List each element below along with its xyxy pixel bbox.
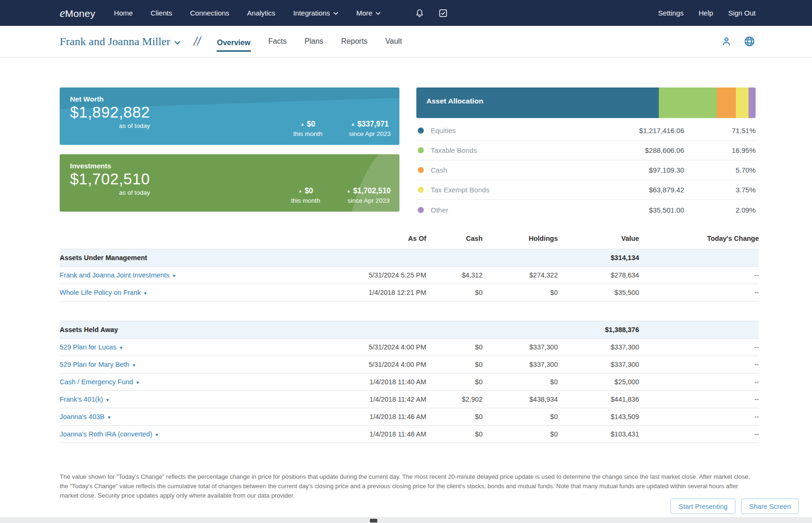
investments-card: Investments $1,702,510 as of today ▲$0 t… <box>60 154 399 212</box>
investments-title: Investments <box>70 162 150 170</box>
tasks-check-icon[interactable] <box>438 8 448 18</box>
net-worth-month-change: ▲$0 this month <box>293 120 322 137</box>
scrollbar-thumb[interactable] <box>370 519 377 523</box>
holdings-cell: $337,300 <box>483 339 558 356</box>
up-triangle-icon: ▲ <box>351 122 355 127</box>
investments-as-of: as of today <box>70 189 150 196</box>
nav-home[interactable]: Home <box>114 9 133 17</box>
up-triangle-icon: ▲ <box>298 189 303 193</box>
nav-analytics[interactable]: Analytics <box>247 9 275 17</box>
caret-down-icon: ▾ <box>108 414 110 420</box>
legend-percent: 5.70% <box>684 166 756 174</box>
table-row: 529 Plan for Lucas▾ 5/31/2024 4:00 PM $0… <box>60 339 759 356</box>
caret-down-icon: ▾ <box>120 345 123 350</box>
since-change-value: $337,971 <box>357 120 389 128</box>
tab-facts[interactable]: Facts <box>268 34 287 48</box>
change-cell: -- <box>639 267 759 284</box>
todays-change-disclaimer: The value shown for "Today's Change" ref… <box>60 472 756 500</box>
up-triangle-icon: ▲ <box>347 189 351 193</box>
change-cell: -- <box>639 391 759 408</box>
change-cell: -- <box>639 373 759 391</box>
account-link[interactable]: Frank and Joanna Joint Investments▾ <box>60 271 175 279</box>
account-link[interactable]: 529 Plan for Lucas▾ <box>60 343 122 351</box>
investments-amount: $1,702,510 <box>70 171 150 188</box>
cash-cell: $0 <box>426 284 483 301</box>
section-total: $1,388,376 <box>558 321 639 339</box>
summary-cards-column: Net Worth $1,892,882 as of today ▲$0 thi… <box>60 87 399 212</box>
net-worth-since-change: ▲$337,971 since Apr 2023 <box>349 120 390 137</box>
col-cash: Cash <box>426 233 483 249</box>
legend-label: Cash <box>431 166 447 174</box>
allocation-legend-row: Taxable Bonds $288,606.06 16.95% <box>416 141 756 160</box>
nav-clients[interactable]: Clients <box>151 9 172 17</box>
col-holdings: Holdings <box>483 233 558 249</box>
legend-label: Other <box>431 206 449 214</box>
legend-value: $35,501.00 <box>649 206 684 214</box>
net-worth-amount: $1,892,882 <box>70 104 150 121</box>
month-change-value: $0 <box>304 187 313 195</box>
account-link[interactable]: Whole Life Policy on Frank▾ <box>60 289 147 296</box>
tab-overview[interactable]: Overview <box>217 36 251 52</box>
nav-sign-out[interactable]: Sign Out <box>728 9 756 17</box>
account-name: Whole Life Policy on Frank <box>60 289 141 296</box>
tab-plans[interactable]: Plans <box>304 34 324 48</box>
holdings-cell: $0 <box>483 408 558 426</box>
account-link[interactable]: Cash / Emergency Fund▾ <box>60 378 139 386</box>
client-tabs: Overview Facts Plans Reports Vault <box>217 34 403 48</box>
table-row: Frank and Joanna Joint Investments▾ 5/31… <box>60 267 759 284</box>
section-row-assets-held-away: Assets Held Away $1,388,376 <box>60 321 759 339</box>
asset-allocation-bar: Asset Allocation <box>416 87 756 118</box>
legend-value: $288,606.06 <box>645 146 684 154</box>
nav-settings[interactable]: Settings <box>658 9 684 17</box>
account-link[interactable]: Joanna's 403B▾ <box>60 413 110 420</box>
value-cell: $441,836 <box>558 391 639 408</box>
share-screen-button[interactable]: Share Screen <box>741 499 799 514</box>
globe-language-icon[interactable] <box>743 35 756 48</box>
emoney-logo[interactable]: eMoney <box>60 6 95 20</box>
notifications-bell-icon[interactable] <box>414 8 425 18</box>
account-link[interactable]: Joanna's Roth IRA (converted)▾ <box>60 430 158 438</box>
section-row-assets-under-management: Assets Under Management $314,134 <box>60 249 759 267</box>
allocation-legend-row: Equities $1,217,416.06 71.51% <box>416 121 756 141</box>
logo-money: Money <box>65 8 95 19</box>
net-worth-as-of: as of today <box>70 122 150 129</box>
start-presenting-button[interactable]: Start Presenting <box>671 499 735 514</box>
value-cell: $278,634 <box>558 267 639 284</box>
account-name: Joanna's Roth IRA (converted) <box>60 430 152 438</box>
overview-content: Net Worth $1,892,882 as of today ▲$0 thi… <box>0 57 812 500</box>
account-link[interactable]: 529 Plan for Mary Beth▾ <box>60 361 135 368</box>
cash-cell: $0 <box>426 356 483 373</box>
value-cell: $337,300 <box>558 339 639 356</box>
nav-integrations-menu[interactable]: Integrations <box>293 9 338 17</box>
col-value: Value <box>558 233 639 249</box>
value-cell: $337,300 <box>558 356 639 373</box>
asset-allocation-panel: Asset Allocation Equities $1,217,416.06 … <box>416 87 756 220</box>
legend-dot <box>418 147 424 153</box>
cash-cell: $0 <box>426 339 483 356</box>
since-change-label: since Apr 2023 <box>349 130 390 137</box>
value-cell: $103,431 <box>558 426 639 443</box>
horizontal-scrollbar[interactable] <box>0 517 812 523</box>
client-selector[interactable]: Frank and Joanna Miller <box>60 35 180 48</box>
holdings-cell: $0 <box>483 284 558 301</box>
account-name: Cash / Emergency Fund <box>60 378 133 386</box>
tab-vault[interactable]: Vault <box>385 34 402 48</box>
month-change-label: this month <box>291 197 320 204</box>
nav-more-menu[interactable]: More <box>356 9 381 17</box>
legend-value: $63,879.42 <box>649 186 684 194</box>
nav-connections[interactable]: Connections <box>190 9 229 17</box>
nav-help[interactable]: Help <box>699 9 713 17</box>
client-name-label: Frank and Joanna Miller <box>60 35 170 48</box>
as-of-cell: 5/31/2024 4:00 PM <box>342 339 426 356</box>
header-icon-group <box>721 35 756 48</box>
client-profile-icon[interactable] <box>721 36 732 47</box>
nav-icon-group <box>414 8 448 18</box>
tab-reports[interactable]: Reports <box>341 34 368 48</box>
account-link[interactable]: Frank's 401(k)▾ <box>60 396 109 403</box>
col-todays-change: Today's Change <box>639 233 759 249</box>
nav-more-label: More <box>356 9 372 17</box>
client-header-bar: Frank and Joanna Miller // Overview Fact… <box>0 26 812 57</box>
legend-dot <box>418 127 424 134</box>
col-name <box>60 233 342 249</box>
change-cell: -- <box>639 356 759 373</box>
